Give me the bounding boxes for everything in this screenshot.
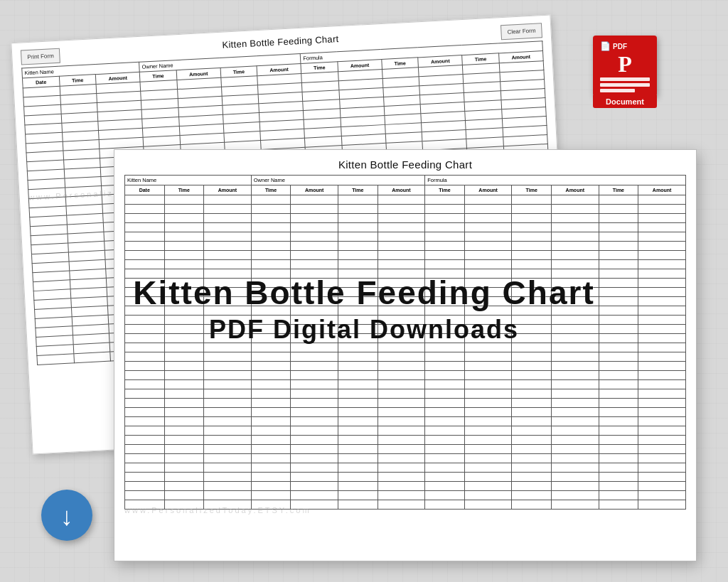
- clear-form-button-back[interactable]: Clear Form: [500, 23, 542, 40]
- pdf-lines: [600, 77, 650, 92]
- pdf-letter: P: [600, 53, 650, 75]
- pdf-file-icon: 📄: [600, 41, 611, 51]
- pdf-line-3: [600, 89, 635, 92]
- owner-name-header-front: Owner Name: [251, 176, 424, 185]
- col-date-front: Date: [125, 185, 165, 195]
- col-time-3-front: Time: [338, 185, 378, 195]
- col-time-1-front: Time: [164, 185, 204, 195]
- print-form-button-back[interactable]: Print Form: [21, 48, 60, 65]
- col-time-5-front: Time: [512, 185, 552, 195]
- front-document: Kitten Bottle Feeding Chart Kitten Name …: [114, 149, 697, 561]
- col-time-6-front: Time: [599, 185, 638, 195]
- col-time-2-front: Time: [251, 185, 291, 195]
- pdf-icon-container: 📄 PDF P Document: [593, 36, 657, 108]
- pdf-line-2: [600, 83, 650, 87]
- front-doc-title: Kitten Bottle Feeding Chart: [124, 158, 686, 171]
- col-amount-5-front: Amount: [551, 185, 599, 195]
- col-amount-6-front: Amount: [638, 185, 686, 195]
- col-amount-4-front: Amount: [464, 185, 512, 195]
- pdf-label: 📄 PDF: [600, 41, 650, 51]
- pdf-icon-box: 📄 PDF P: [593, 36, 657, 97]
- download-arrow-icon: ↓: [60, 504, 73, 529]
- col-amount-3-front: Amount: [378, 185, 425, 195]
- formula-header-front: Formula: [425, 176, 686, 185]
- col-time-4-front: Time: [425, 185, 465, 195]
- pdf-line-1: [600, 77, 650, 81]
- col-amount-2-front: Amount: [291, 185, 338, 195]
- pdf-doc-label: Document: [593, 95, 657, 108]
- download-button[interactable]: ↓: [41, 490, 92, 541]
- kitten-name-header-front: Kitten Name: [125, 176, 252, 185]
- col-amount-1-front: Amount: [204, 185, 252, 195]
- back-doc-title: Kitten Bottle Feeding Chart: [222, 33, 339, 50]
- pdf-text: PDF: [613, 43, 627, 50]
- front-chart-table: Kitten Name Owner Name Formula Date Time…: [124, 175, 686, 510]
